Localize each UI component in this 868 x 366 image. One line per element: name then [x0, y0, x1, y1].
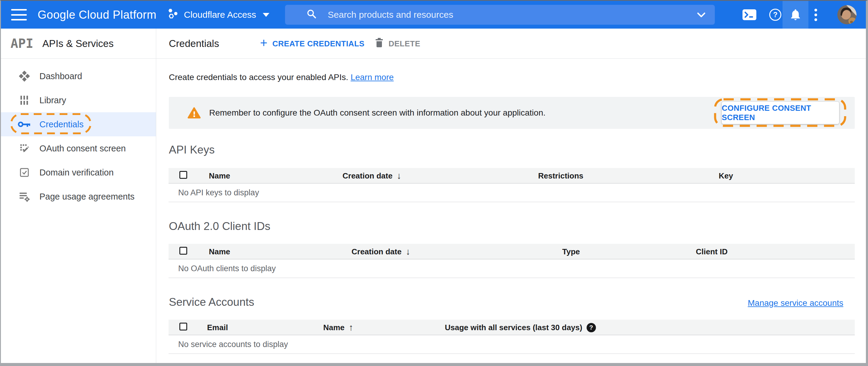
- sidebar-item-domain-verification[interactable]: Domain verification: [1, 160, 156, 184]
- section-title-service-accounts: Service Accounts: [169, 296, 254, 308]
- empty-state-row: No OAuth clients to display: [168, 260, 855, 278]
- sidebar-item-label: Credentials: [39, 120, 84, 129]
- select-all-checkbox[interactable]: [179, 323, 187, 331]
- sort-desc-icon: ↓: [397, 171, 401, 181]
- plus-icon: +: [260, 37, 268, 49]
- page-title: Credentials: [169, 29, 219, 59]
- search-expand-chevron-icon[interactable]: [697, 12, 706, 19]
- checkbox-verified-icon: [18, 167, 31, 178]
- more-options-icon[interactable]: [809, 1, 822, 29]
- banner-message: Remember to configure the OAuth consent …: [209, 97, 546, 129]
- sidebar-item-dashboard[interactable]: Dashboard: [1, 64, 156, 88]
- create-credentials-button[interactable]: + CREATE CREDENTIALS: [260, 29, 365, 59]
- api-product-logo: API: [10, 36, 33, 51]
- sidebar-item-label: OAuth consent screen: [39, 144, 126, 153]
- column-header-restrictions[interactable]: Restrictions: [538, 168, 583, 184]
- project-hexagon-icon: [167, 8, 179, 21]
- column-header-creation-date[interactable]: Creation date ↓: [342, 168, 401, 184]
- oauth-clients-table: Name Creation date ↓ Type Client ID No O…: [168, 244, 855, 278]
- manage-service-accounts-link[interactable]: Manage service accounts: [748, 298, 843, 308]
- list-settings-icon: [18, 191, 31, 202]
- column-header-type[interactable]: Type: [562, 244, 580, 260]
- delete-button[interactable]: DELETE: [375, 29, 421, 59]
- sidebar-item-label: Page usage agreements: [39, 192, 134, 202]
- main-content: Credentials + CREATE CREDENTIALS: [156, 29, 866, 363]
- project-caret-icon: [263, 13, 269, 17]
- project-selector[interactable]: Cloudflare Access: [167, 1, 269, 29]
- service-accounts-table: Email Name ↑ Usage with all services (la…: [168, 319, 855, 354]
- cloud-shell-icon[interactable]: [739, 1, 760, 29]
- column-header-usage[interactable]: Usage with all services (last 30 days) ?: [445, 319, 596, 335]
- column-header-client-id[interactable]: Client ID: [696, 244, 727, 260]
- sidebar-header: API APIs & Services: [1, 29, 156, 59]
- sort-asc-icon: ↑: [349, 323, 353, 333]
- api-keys-table: Name Creation date ↓ Restrictions Key No…: [168, 168, 855, 202]
- select-all-checkbox[interactable]: [179, 171, 187, 179]
- top-app-bar: Google Cloud Platform Cloudflare Access: [1, 1, 866, 29]
- notifications-bell-icon[interactable]: [782, 1, 808, 29]
- column-header-name[interactable]: Name: [209, 244, 230, 260]
- search-icon: [307, 9, 317, 21]
- user-avatar[interactable]: [837, 5, 857, 24]
- sidebar-item-page-usage-agreements[interactable]: Page usage agreements: [1, 184, 156, 209]
- sidebar: API APIs & Services Dashboard: [1, 29, 156, 363]
- sort-desc-icon: ↓: [406, 246, 410, 257]
- oauth-consent-icon: [18, 143, 31, 153]
- library-icon: [18, 95, 31, 105]
- sidebar-item-label: Library: [39, 95, 66, 105]
- search-input[interactable]: [327, 9, 715, 20]
- page-toolbar: Credentials + CREATE CREDENTIALS: [156, 29, 866, 59]
- column-header-email[interactable]: Email: [207, 319, 228, 335]
- sidebar-title: APIs & Services: [42, 38, 114, 49]
- sidebar-item-library[interactable]: Library: [1, 88, 156, 112]
- empty-state-row: No API keys to display: [168, 184, 855, 202]
- sidebar-item-oauth-consent-screen[interactable]: OAuth consent screen: [1, 136, 156, 160]
- consent-warning-banner: Remember to configure the OAuth consent …: [169, 97, 855, 129]
- column-header-name[interactable]: Name ↑: [323, 319, 353, 335]
- sidebar-item-label: Domain verification: [39, 167, 114, 178]
- table-header-row: Email Name ↑ Usage with all services (la…: [168, 319, 855, 335]
- column-header-key[interactable]: Key: [719, 168, 733, 184]
- section-title-api-keys: API Keys: [169, 144, 215, 156]
- menu-icon[interactable]: [11, 9, 27, 21]
- configure-consent-screen-button[interactable]: CONFIGURE CONSENT SCREEN: [722, 102, 839, 124]
- table-header-row: Name Creation date ↓ Restrictions Key: [168, 168, 855, 184]
- intro-text: Create credentials to access your enable…: [169, 72, 394, 82]
- sidebar-item-credentials[interactable]: Credentials: [1, 112, 156, 136]
- sidebar-item-label: Dashboard: [39, 71, 82, 81]
- search-bar[interactable]: [285, 5, 715, 25]
- table-header-row: Name Creation date ↓ Type Client ID: [168, 244, 855, 260]
- trash-icon: [375, 37, 384, 50]
- gcp-logo[interactable]: Google Cloud Platform: [38, 1, 156, 29]
- section-title-oauth-clients: OAuth 2.0 Client IDs: [169, 220, 270, 233]
- key-icon: [18, 120, 31, 128]
- dashboard-icon: [18, 71, 31, 82]
- learn-more-link[interactable]: Learn more: [351, 72, 394, 82]
- browser-window: Google Cloud Platform Cloudflare Access: [0, 0, 868, 366]
- sidebar-nav: Dashboard Library: [1, 59, 156, 209]
- project-name: Cloudflare Access: [184, 10, 256, 20]
- empty-state-row: No service accounts to display: [168, 335, 855, 354]
- warning-icon: [187, 107, 201, 120]
- select-all-checkbox[interactable]: [179, 247, 187, 255]
- column-header-name[interactable]: Name: [209, 168, 230, 184]
- column-header-creation-date[interactable]: Creation date ↓: [351, 244, 410, 260]
- help-filled-icon[interactable]: ?: [587, 323, 596, 332]
